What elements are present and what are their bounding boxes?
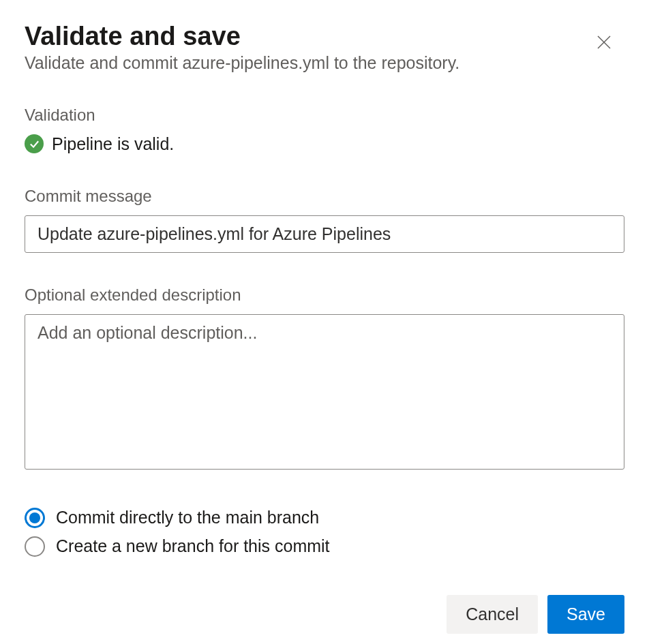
commit-message-label: Commit message [25,187,624,206]
close-button[interactable] [590,29,618,58]
close-icon [596,42,612,52]
dialog-footer: Cancel Save [25,595,624,634]
dialog-subtitle: Validate and commit azure-pipelines.yml … [25,53,459,73]
radio-new-branch[interactable]: Create a new branch for this commit [25,536,624,557]
radio-icon [25,536,45,557]
radio-icon [25,508,45,528]
description-textarea[interactable] [25,314,624,470]
radio-label-direct: Commit directly to the main branch [56,508,319,527]
validation-label: Validation [25,106,624,125]
dialog-title: Validate and save [25,22,459,52]
description-label: Optional extended description [25,286,624,305]
save-button[interactable]: Save [547,595,624,634]
radio-label-new-branch: Create a new branch for this commit [56,536,330,556]
validation-status: Pipeline is valid. [25,134,624,154]
title-block: Validate and save Validate and commit az… [25,22,459,73]
radio-commit-direct[interactable]: Commit directly to the main branch [25,508,624,528]
commit-message-input[interactable] [25,215,624,253]
validation-status-text: Pipeline is valid. [52,134,174,154]
dialog-header: Validate and save Validate and commit az… [25,22,624,73]
cancel-button[interactable]: Cancel [447,595,538,634]
check-circle-icon [25,134,44,153]
branch-radio-group: Commit directly to the main branch Creat… [25,508,624,557]
